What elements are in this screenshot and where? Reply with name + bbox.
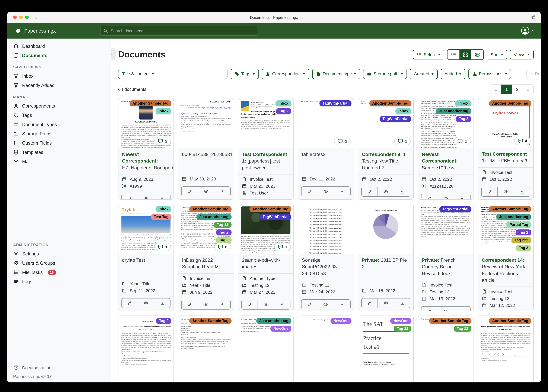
document-card[interactable]: Contact Sheet DemoGiven a set of image f… — [238, 315, 294, 382]
sidebar-collapse-button[interactable]: « — [111, 48, 116, 60]
sidebar-item-mail[interactable]: Mail — [7, 157, 111, 166]
download-button[interactable] — [154, 298, 171, 308]
document-thumbnail[interactable]: ▦ Test Name(0-00-768January 2, 2022July … — [178, 316, 234, 382]
sidebar-item-correspondents[interactable]: Correspondents — [7, 101, 111, 111]
document-card[interactable]: Review of New York Federal Petitions of … — [478, 204, 534, 311]
sidebar-item-document-types[interactable]: Document Types — [7, 120, 111, 129]
document-card[interactable]: one,1.0five,5.0 Another Sample TagInboxT… — [358, 98, 414, 200]
storage-path-filter-button[interactable]: Storage path — [363, 69, 407, 79]
sidebar-item-dashboard[interactable]: Dashboard — [7, 42, 111, 51]
edit-button[interactable] — [301, 299, 318, 309]
download-button[interactable] — [334, 186, 350, 196]
document-card[interactable]: CyberPowerPowerPanel® Business EditionUs… — [478, 98, 534, 200]
detail-view-button[interactable] — [471, 50, 483, 60]
filter-text-input[interactable] — [158, 69, 228, 79]
document-thumbnail[interactable]: Adobe InDesign 2022 Scripting Read MeThi… — [178, 204, 234, 254]
edit-button[interactable] — [241, 300, 258, 309]
document-title[interactable]: InDesign 2022 Scripting Read Me — [178, 254, 234, 273]
view-button[interactable] — [198, 300, 214, 309]
document-card[interactable]: ❖ BANK OF SCOTLANDBank of Scotland · 100… — [178, 98, 234, 200]
edit-button[interactable] — [181, 300, 198, 309]
download-button[interactable] — [214, 186, 231, 196]
pagination-prev[interactable]: « — [490, 84, 501, 94]
edit-button[interactable] — [481, 187, 498, 196]
document-thumbnail[interactable]: This is a test for the double space char… — [298, 204, 353, 254]
view-button[interactable] — [378, 187, 394, 196]
created-filter-button[interactable]: Created — [410, 69, 438, 79]
added-filter-button[interactable]: Added — [441, 69, 465, 79]
pagination-next[interactable]: » — [523, 84, 533, 94]
sidebar-item-recently-added[interactable]: Recently Added — [7, 81, 111, 90]
document-thumbnail[interactable]: French Country BreadFor the Leaven: 1 he… — [418, 204, 473, 254]
view-button[interactable] — [318, 186, 334, 196]
document-title[interactable]: Correspondent 9: 1 Testing New Title Upd… — [358, 148, 413, 174]
tag-pill[interactable]: TagWithPartial — [440, 206, 471, 212]
download-button[interactable] — [454, 306, 470, 311]
list-view-button[interactable] — [447, 50, 460, 60]
document-thumbnail[interactable]: Patient BP Distribution 2011 — [358, 204, 413, 254]
document-card[interactable]: Curabitur bibendum ante urna, sed blandi… — [238, 204, 294, 311]
sidebar-item-logs[interactable]: Logs — [7, 277, 111, 286]
tag-pill[interactable]: Inbox — [396, 108, 411, 114]
tag-pill[interactable]: NewOne — [330, 318, 351, 324]
edit-button[interactable] — [122, 194, 138, 200]
edit-button[interactable] — [361, 187, 378, 196]
document-card[interactable]: The SATPracticeTest #1Make time to take … — [358, 315, 414, 382]
document-thumbnail[interactable]: Review of New York Federal Petitions of … — [478, 204, 533, 254]
document-title[interactable]: 2sample-pdf-with-images — [238, 254, 294, 273]
document-card[interactable]: Medical TeacherISSN: 0142-159X (Print) 1… — [238, 98, 294, 200]
document-thumbnail[interactable]: one,1.0five,5.0 Another Sample TagInboxT… — [358, 98, 413, 148]
document-thumbnail[interactable]: Contact Sheet DemoGiven a set of image f… — [238, 316, 294, 382]
document-card[interactable]: Country,Region/State,"City","Total" TagW… — [298, 98, 354, 200]
download-button[interactable] — [514, 187, 530, 196]
document-card[interactable]: Drylabfor investors and friends, August … — [118, 204, 174, 311]
tag-pill[interactable]: Tag 2 — [456, 116, 471, 122]
document-card[interactable]: This is a multi page document. Page 1. N… — [298, 315, 354, 382]
document-card[interactable]: Patient BP Distribution 2011 Private: 20… — [358, 204, 414, 311]
select-button[interactable]: Select — [413, 50, 444, 60]
tag-pill[interactable]: Tag 2 — [216, 230, 231, 235]
document-thumbnail[interactable]: This is a multi page document. Page 1. N… — [298, 316, 353, 382]
document-card[interactable]: Serial Number,Company Name,Employee Mark… — [418, 98, 474, 200]
tag-pill[interactable]: Another Sample Tag — [489, 100, 531, 106]
document-title[interactable]: Newest Correspondent: H7_Napoleon_Bonapa… — [118, 148, 174, 174]
tag-pill[interactable]: Tag 12 — [454, 326, 471, 332]
filter-field-button[interactable]: Title & content — [118, 69, 158, 79]
document-title[interactable]: Private: French Country Bread Revised.do… — [418, 254, 473, 280]
tag-pill[interactable]: Partial Tag — [506, 222, 531, 228]
sidebar-item-custom-fields[interactable]: Custom Fields — [7, 138, 111, 147]
tag-pill[interactable]: Just another tag — [256, 318, 291, 324]
tag-pill[interactable]: Another Sample Tag — [489, 318, 531, 324]
tag-pill[interactable]: Inbox — [156, 108, 172, 114]
edit-button[interactable] — [301, 186, 318, 196]
sidebar-item-file-tasks[interactable]: File Tasks 16 — [7, 268, 111, 277]
download-button[interactable] — [454, 194, 470, 200]
tags-filter-button[interactable]: Tags — [231, 69, 259, 79]
view-button[interactable] — [498, 187, 514, 196]
document-thumbnail[interactable]: Lorem ipsumLorem ipsum dolor sit amet, c… — [478, 316, 533, 382]
tag-pill[interactable]: Tag 2 — [276, 108, 291, 114]
reset-filters-button[interactable]: × Reset filters — [526, 69, 541, 79]
document-title[interactable]: drylab Test — [118, 254, 174, 279]
document-thumbnail[interactable]: Lorem ipsumLorem ipsum dolor sit amet, c… — [118, 316, 174, 382]
download-button[interactable] — [214, 300, 231, 309]
document-thumbnail[interactable]: The SATPracticeTest #1Make time to take … — [358, 316, 413, 382]
tag-pill[interactable]: TagWithPartial — [260, 214, 291, 220]
sidebar-item-users-groups[interactable]: Users & Groups — [7, 259, 111, 268]
download-button[interactable] — [394, 298, 411, 308]
views-button[interactable]: Views — [510, 50, 534, 60]
document-thumbnail[interactable]: CyberPowerPowerPanel® Business EditionUs… — [478, 98, 533, 148]
sidebar-item-templates[interactable]: Templates — [7, 147, 111, 157]
tag-pill[interactable]: NewOne — [271, 326, 291, 332]
document-card[interactable]: Francja pod rządami NapoleonaNAPOLEON BO… — [118, 98, 174, 200]
view-button[interactable] — [198, 186, 214, 196]
document-thumbnail[interactable]: Francja pod rządami NapoleonaNAPOLEON BO… — [118, 98, 174, 148]
tag-pill[interactable]: Tag 2 — [516, 230, 531, 235]
grid-view-button[interactable] — [460, 50, 471, 60]
tag-pill[interactable]: Another Sample Tag — [189, 206, 231, 212]
edit-button[interactable] — [421, 194, 438, 200]
edit-button[interactable] — [181, 186, 198, 196]
document-title[interactable]: tablerates2 — [298, 148, 353, 174]
document-title[interactable]: Private: 2011 BP Pie 2 — [358, 254, 413, 286]
view-button[interactable] — [378, 298, 394, 308]
